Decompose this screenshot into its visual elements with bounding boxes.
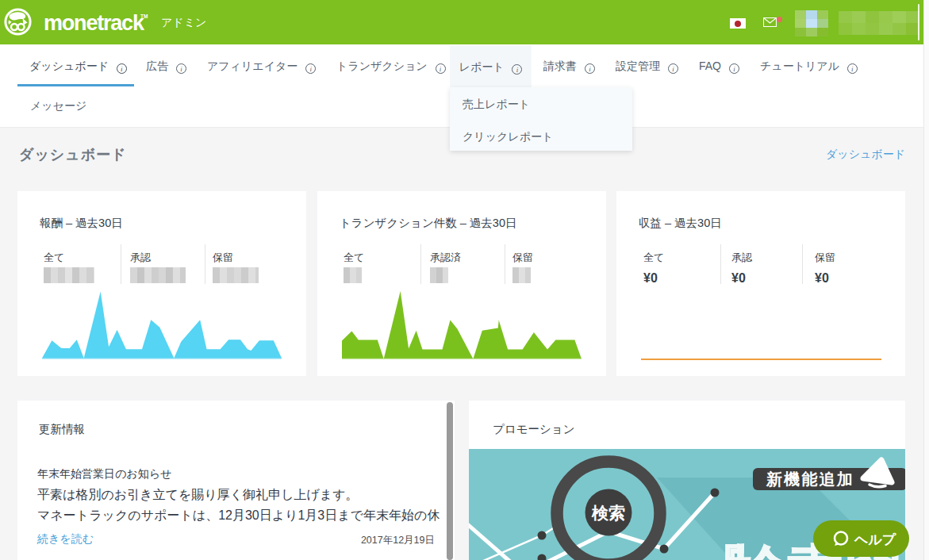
svg-text:新機能追加: 新機能追加 [766,470,854,488]
svg-text:検索: 検索 [591,504,625,522]
